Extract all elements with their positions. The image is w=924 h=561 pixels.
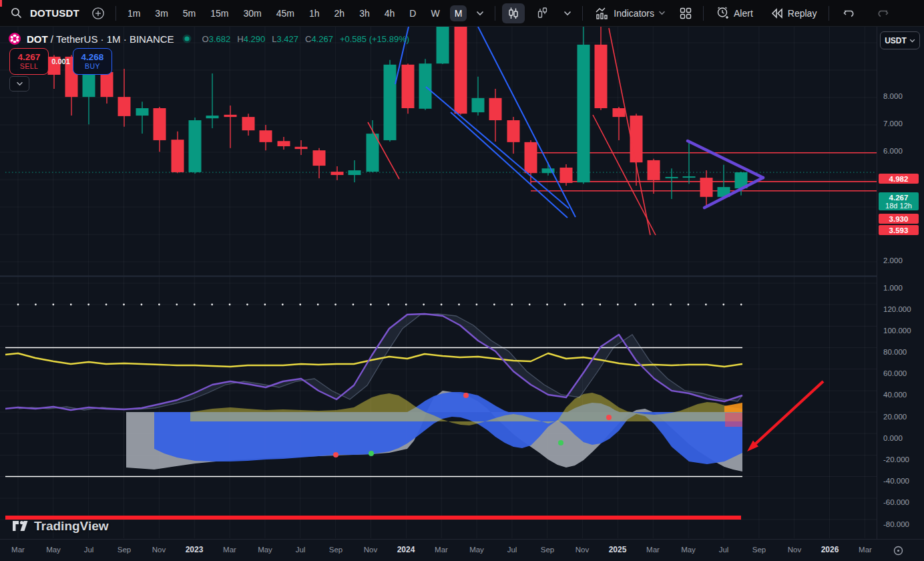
replay-label: Replay — [788, 8, 817, 19]
time-month-label: May — [258, 546, 272, 554]
time-month-label: Sep — [329, 546, 342, 554]
tradingview-app: DOTUSDT 1m 3m 5m 15m 30m 45m 1h 2h 3h 4h… — [0, 0, 924, 561]
redo-icon[interactable] — [871, 5, 893, 21]
indicators-chevron-icon — [658, 11, 666, 15]
undo-icon[interactable] — [839, 5, 861, 21]
interval-2h[interactable]: 2h — [330, 5, 350, 21]
indicators-button[interactable]: Indicators — [590, 3, 671, 23]
replay-icon — [770, 8, 784, 19]
time-year-label: 2025 — [609, 545, 627, 554]
price-tick: 7.000 — [883, 120, 903, 128]
compare-add-icon[interactable] — [87, 4, 109, 23]
buy-button[interactable]: 4.268 BUY — [73, 48, 112, 75]
interval-D[interactable]: D — [405, 5, 421, 21]
interval-5m[interactable]: 5m — [178, 5, 200, 21]
price-tick: 120.000 — [883, 305, 911, 313]
time-month-label: Nov — [575, 546, 589, 554]
change-readout: +0.585 (+15.89%) — [340, 34, 409, 44]
currency-chevron-icon — [909, 39, 915, 43]
price-level-label: 4.982 — [879, 174, 919, 184]
price-tick: 2.000 — [883, 256, 903, 264]
ohlc-readout: O3.682 H4.290 L3.427 C4.267 +0.585 (+15.… — [202, 34, 409, 44]
time-month-label: Nov — [152, 546, 166, 554]
price-level-label: 3.930 — [879, 214, 919, 224]
price-tick: 1.000 — [883, 284, 903, 292]
price-tick: 0.000 — [883, 434, 903, 442]
collapse-trade-panel-button[interactable] — [9, 76, 29, 91]
time-year-label: 2026 — [821, 545, 839, 554]
interval-W[interactable]: W — [426, 5, 444, 21]
interval-15m[interactable]: 15m — [206, 5, 233, 21]
interval-chevron-down-icon[interactable] — [472, 8, 488, 19]
price-level-label: 4.26718d 12h — [879, 192, 919, 210]
interval-4h[interactable]: 4h — [380, 5, 400, 21]
time-month-label: Sep — [118, 546, 131, 554]
time-month-label: Jul — [507, 546, 517, 554]
time-month-label: Nov — [364, 546, 377, 554]
time-month-label: Mar — [435, 546, 448, 554]
symbol-title: DOT / TetherUS · 1M · BINANCE — [27, 33, 174, 45]
time-month-label: Mar — [859, 546, 872, 554]
indicators-label: Indicators — [614, 8, 654, 19]
time-month-label: May — [469, 546, 484, 554]
time-month-label: Mar — [223, 546, 236, 554]
price-level-label: 3.593 — [879, 225, 919, 235]
price-tick: -60.000 — [883, 498, 909, 506]
interval-30m[interactable]: 30m — [239, 5, 266, 21]
corner-notification-sliver — [0, 0, 2, 7]
price-tick: 20.000 — [883, 413, 907, 421]
sell-button[interactable]: 4.267 SELL — [9, 48, 49, 75]
toolbar-divider — [582, 6, 583, 21]
polkadot-logo-icon — [8, 32, 21, 45]
candles-style-button[interactable] — [502, 3, 525, 23]
timezone-icon[interactable] — [893, 546, 903, 558]
time-year-label: 2024 — [397, 545, 415, 554]
symbol-search-button[interactable]: DOTUSDT — [30, 7, 79, 19]
price-tick: 40.000 — [883, 391, 907, 399]
time-month-label: Jul — [296, 546, 306, 554]
price-tick: 100.000 — [883, 327, 911, 335]
layout-grid-icon[interactable] — [675, 4, 696, 23]
time-month-label: Mar — [11, 546, 25, 554]
time-axis[interactable]: MarMayJulSepNov2023MarMayJulSepNov2024Ma… — [0, 539, 924, 561]
time-month-label: Jul — [719, 546, 729, 554]
alert-label: Alert — [734, 8, 753, 19]
time-month-label: May — [681, 546, 696, 554]
top-toolbar: DOTUSDT 1m 3m 5m 15m 30m 45m 1h 2h 3h 4h… — [0, 0, 924, 27]
currency-selector[interactable]: USDT — [880, 31, 920, 49]
price-tick: 60.000 — [883, 369, 907, 377]
interval-1m[interactable]: 1m — [123, 5, 145, 21]
replay-button[interactable]: Replay — [765, 5, 823, 22]
symbol-legend[interactable]: DOT / TetherUS · 1M · BINANCE O3.682 H4.… — [8, 32, 409, 45]
candle-pattern-icon[interactable] — [531, 3, 553, 23]
time-month-label: Sep — [541, 546, 554, 554]
price-tick: 6.000 — [883, 147, 903, 155]
trade-panel: 4.267 SELL 0.001 4.268 BUY — [9, 48, 112, 75]
price-tick: -40.000 — [883, 477, 909, 485]
price-tick: 80.000 — [883, 348, 907, 356]
price-axis[interactable]: USDT 8.0007.0006.0002.0001.000120.000100… — [877, 26, 924, 539]
search-icon[interactable] — [7, 5, 26, 21]
chart-pane[interactable] — [0, 26, 877, 539]
chart-canvas[interactable] — [0, 26, 877, 539]
pattern-chevron-down-icon[interactable] — [559, 8, 575, 19]
interval-3h[interactable]: 3h — [355, 5, 375, 21]
spread-value: 0.001 — [49, 57, 73, 65]
tradingview-logo-icon — [12, 518, 29, 534]
time-year-label: 2023 — [186, 545, 204, 554]
time-month-label: Nov — [788, 546, 801, 554]
market-status-icon — [182, 34, 192, 43]
time-month-label: Mar — [646, 546, 660, 554]
interval-45m[interactable]: 45m — [272, 5, 299, 21]
tradingview-watermark: TradingView — [12, 518, 109, 534]
price-tick: 8.000 — [883, 92, 903, 100]
toolbar-divider — [829, 6, 829, 21]
alert-button[interactable]: Alert — [710, 3, 758, 23]
interval-1h[interactable]: 1h — [304, 5, 324, 21]
interval-M[interactable]: M — [450, 5, 467, 21]
alert-clock-plus-icon — [716, 6, 730, 20]
indicators-icon — [595, 7, 610, 20]
interval-group: 1m 3m 5m 15m 30m 45m 1h 2h 3h 4h D W M — [123, 5, 488, 21]
interval-3m[interactable]: 3m — [150, 5, 172, 21]
price-tick: -20.000 — [883, 455, 909, 463]
